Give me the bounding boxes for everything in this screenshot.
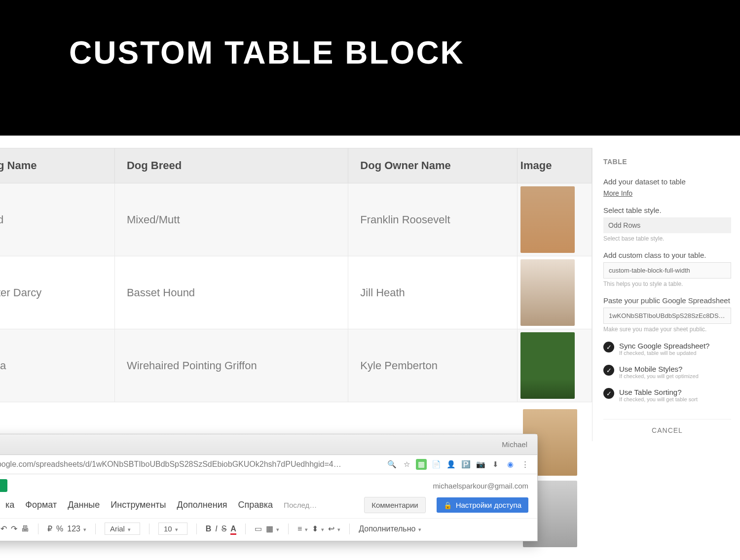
wrap-icon[interactable]: ↩ [328, 524, 340, 533]
style-hint: Select base table style. [603, 235, 731, 242]
cell-owner: Kyle Pemberton [348, 329, 518, 402]
checkbox-toggle[interactable]: ✓ [603, 365, 614, 376]
redo-icon[interactable]: ↷ [11, 524, 17, 533]
menu-item[interactable]: Инструменты [111, 500, 166, 510]
menu-icon[interactable]: ⋮ [519, 459, 530, 470]
page-title: CUSTOM TABLE BLOCK [69, 35, 740, 71]
valign-icon[interactable]: ⬍ [312, 524, 324, 533]
ext-icon-4[interactable]: 🅿️ [460, 459, 471, 470]
number-format-menu[interactable]: 123 [67, 525, 86, 533]
browser-addressbar: google.com/spreadsheets/d/1wKONbSBTIboUB… [0, 455, 537, 474]
sheets-toolbar: ↶ ↷ 🖶 ₽ % 123 Arial 10 B I S A ▭ ▦ ≡ ⬍ [0, 518, 537, 541]
class-label: Add custom class to your table. [603, 251, 731, 259]
tab-user-label: Michael [502, 440, 527, 449]
italic-icon[interactable]: I [215, 525, 217, 533]
sidebar-title: TABLE [603, 158, 731, 166]
table-row: ter DarcyBasset HoundJill Heath [0, 256, 592, 329]
more-info-link[interactable]: More Info [603, 189, 632, 197]
menu-item[interactable]: Данные [68, 500, 100, 510]
halign-icon[interactable]: ≡ [297, 525, 308, 533]
cancel-button[interactable]: CANCEL [603, 419, 731, 434]
star-icon[interactable]: ☆ [401, 459, 412, 470]
fill-color-icon[interactable]: ▭ [255, 524, 262, 533]
last-edit-label: Послед… [284, 501, 317, 509]
toggle-hint: If checked, you will get optimized [619, 373, 699, 379]
cell-name: d [0, 183, 114, 256]
text-color-icon[interactable]: A [230, 525, 236, 533]
menu-item[interactable]: Дополнения [177, 500, 227, 510]
class-input[interactable] [603, 262, 731, 279]
fontsize-select[interactable]: 10 [158, 523, 187, 535]
ext-icon-7[interactable]: ◉ [505, 459, 516, 470]
ext-icon-6[interactable]: ⬇ [490, 459, 501, 470]
cell-breed: Mixed/Mutt [114, 183, 348, 256]
menu-item[interactable]: Справка [238, 500, 273, 510]
col-header-name[interactable]: g Name [0, 148, 114, 183]
url-text[interactable]: google.com/spreadsheets/d/1wKONbSBTIboUB… [0, 460, 382, 469]
cell-image [517, 183, 592, 256]
custom-table: g Name Dog Breed Dog Owner Name Image dM… [0, 148, 592, 402]
menu-item[interactable]: Формат [25, 500, 57, 510]
hero-banner: CUSTOM TABLE BLOCK [0, 0, 740, 136]
toggle-label: Use Table Sorting? [619, 388, 698, 396]
print-icon[interactable]: 🖶 [21, 525, 29, 533]
settings-sidebar: TABLE Add your dataset to table More Inf… [592, 148, 740, 441]
cell-owner: Franklin Roosevelt [348, 183, 518, 256]
undo-icon[interactable]: ↶ [0, 524, 7, 533]
share-button[interactable]: 🔒 Настройки доступа [437, 497, 528, 513]
cell-image [517, 329, 592, 402]
share-button-label: Настройки доступа [456, 501, 521, 509]
col-header-owner[interactable]: Dog Owner Name [348, 148, 518, 183]
dog-thumbnail [520, 259, 575, 326]
dog-thumbnail [520, 186, 575, 253]
cell-breed: Wirehaired Pointing Griffon [114, 329, 348, 402]
table-row: dMixed/MuttFranklin Roosevelt [0, 183, 592, 256]
sheets-app-icon[interactable] [0, 479, 7, 492]
more-toolbar[interactable]: Дополнительно [359, 525, 421, 533]
toggle-hint: If checked, table will be updated [619, 350, 709, 356]
toggle-label: Use Mobile Styles? [619, 365, 699, 373]
checkbox-toggle[interactable]: ✓ [603, 342, 614, 352]
col-header-image[interactable]: Image [517, 148, 592, 183]
ext-icon-3[interactable]: 👤 [445, 459, 456, 470]
cell-image [517, 256, 592, 329]
style-label: Select table style. [603, 206, 731, 214]
borders-icon[interactable]: ▦ [266, 524, 279, 533]
font-select[interactable]: Arial [105, 523, 140, 535]
table-header-row: g Name Dog Breed Dog Owner Name Image [0, 148, 592, 183]
col-header-breed[interactable]: Dog Breed [114, 148, 348, 183]
dataset-label: Add your dataset to table [603, 177, 731, 186]
bold-icon[interactable]: B [206, 525, 212, 533]
dog-thumbnail [520, 332, 575, 399]
currency-icon[interactable]: ₽ [47, 524, 52, 533]
sheet-input[interactable] [603, 308, 731, 324]
search-icon[interactable]: 🔍 [386, 459, 397, 470]
checkbox-toggle[interactable]: ✓ [603, 388, 614, 399]
lock-icon: 🔒 [444, 501, 452, 509]
sheets-menubar: каФорматДанныеИнструментыДополненияСправ… [0, 494, 537, 518]
account-email[interactable]: michaelsparkour@gmail.com [433, 482, 528, 490]
toggle-label: Sync Google Spreadsheet? [619, 342, 709, 350]
comments-button[interactable]: Комментарии [364, 497, 425, 513]
cell-owner: Jill Heath [348, 256, 518, 329]
ext-icon-5[interactable]: 📷 [475, 459, 486, 470]
style-select[interactable]: Odd Rows [603, 217, 731, 233]
table-preview: g Name Dog Breed Dog Owner Name Image dM… [0, 148, 592, 441]
sheet-hint: Make sure you made your sheet public. [603, 326, 731, 333]
ext-icon-2[interactable]: 📄 [431, 459, 442, 470]
ext-icon-1[interactable]: ▦ [416, 459, 427, 470]
cell-name: ter Darcy [0, 256, 114, 329]
google-sheets-window: Michael google.com/spreadsheets/d/1wKONb… [0, 434, 538, 541]
class-hint: This helps you to style a table. [603, 280, 731, 287]
toggle-hint: If checked, you will get table sort [619, 396, 698, 402]
percent-icon[interactable]: % [56, 525, 63, 533]
cell-breed: Basset Hound [114, 256, 348, 329]
table-row: laWirehaired Pointing GriffonKyle Pember… [0, 329, 592, 402]
menu-item[interactable]: ка [5, 500, 14, 510]
cell-name: la [0, 329, 114, 402]
strike-icon[interactable]: S [222, 525, 227, 533]
browser-tabbar: Michael [0, 434, 537, 455]
sheet-label: Paste your public Google Spreadsheet [603, 296, 731, 305]
